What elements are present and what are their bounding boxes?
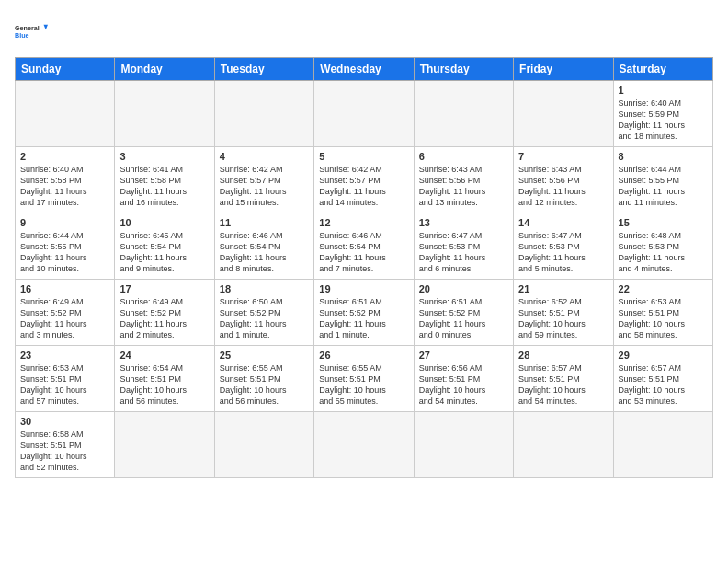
day-info: Sunrise: 6:42 AM Sunset: 5:57 PM Dayligh… [319, 164, 408, 209]
calendar-cell [16, 81, 115, 147]
day-info: Sunrise: 6:49 AM Sunset: 5:52 PM Dayligh… [119, 296, 209, 341]
calendar-cell: 23Sunrise: 6:53 AM Sunset: 5:51 PM Dayli… [16, 346, 115, 412]
day-info: Sunrise: 6:41 AM Sunset: 5:58 PM Dayligh… [119, 164, 209, 209]
calendar-cell [214, 412, 313, 478]
calendar-cell: 17Sunrise: 6:49 AM Sunset: 5:52 PM Dayli… [115, 280, 214, 346]
weekday-header-wednesday: Wednesday [314, 58, 414, 81]
calendar-cell: 1Sunrise: 6:40 AM Sunset: 5:59 PM Daylig… [613, 81, 712, 147]
day-info: Sunrise: 6:40 AM Sunset: 5:59 PM Dayligh… [619, 98, 708, 143]
calendar-week-row: 9Sunrise: 6:44 AM Sunset: 5:55 PM Daylig… [16, 213, 713, 280]
day-number: 13 [419, 217, 508, 228]
day-number: 1 [619, 85, 708, 96]
calendar-cell [115, 81, 214, 147]
day-info: Sunrise: 6:45 AM Sunset: 5:54 PM Dayligh… [119, 230, 209, 275]
day-info: Sunrise: 6:56 AM Sunset: 5:51 PM Dayligh… [419, 362, 508, 408]
day-info: Sunrise: 6:53 AM Sunset: 5:51 PM Dayligh… [619, 296, 708, 341]
calendar-cell: 26Sunrise: 6:55 AM Sunset: 5:51 PM Dayli… [314, 346, 414, 412]
calendar-cell: 13Sunrise: 6:47 AM Sunset: 5:53 PM Dayli… [414, 213, 513, 280]
calendar-cell: 28Sunrise: 6:57 AM Sunset: 5:51 PM Dayli… [514, 346, 613, 412]
svg-marker-2 [44, 25, 49, 29]
day-number: 7 [518, 151, 608, 162]
day-number: 20 [419, 283, 508, 294]
day-number: 9 [20, 217, 109, 228]
day-info: Sunrise: 6:44 AM Sunset: 5:55 PM Dayligh… [619, 164, 708, 209]
day-number: 19 [319, 283, 408, 294]
day-number: 29 [619, 350, 708, 361]
day-number: 11 [220, 217, 309, 228]
calendar-cell: 15Sunrise: 6:48 AM Sunset: 5:53 PM Dayli… [613, 213, 712, 280]
weekday-header-tuesday: Tuesday [214, 58, 313, 81]
logo: GeneralBlue [15, 15, 48, 48]
calendar-cell: 10Sunrise: 6:45 AM Sunset: 5:54 PM Dayli… [115, 213, 214, 280]
calendar-cell: 3Sunrise: 6:41 AM Sunset: 5:58 PM Daylig… [115, 147, 214, 213]
day-number: 16 [20, 283, 109, 294]
day-number: 5 [319, 151, 408, 162]
calendar-week-row: 1Sunrise: 6:40 AM Sunset: 5:59 PM Daylig… [16, 81, 713, 147]
day-info: Sunrise: 6:55 AM Sunset: 5:51 PM Dayligh… [220, 362, 309, 408]
calendar-cell: 20Sunrise: 6:51 AM Sunset: 5:52 PM Dayli… [414, 280, 513, 346]
day-number: 26 [319, 350, 408, 361]
calendar-cell: 16Sunrise: 6:49 AM Sunset: 5:52 PM Dayli… [16, 280, 115, 346]
page-header: GeneralBlue [15, 15, 713, 48]
day-info: Sunrise: 6:44 AM Sunset: 5:55 PM Dayligh… [20, 230, 109, 275]
day-info: Sunrise: 6:51 AM Sunset: 5:52 PM Dayligh… [319, 296, 408, 341]
day-info: Sunrise: 6:46 AM Sunset: 5:54 PM Dayligh… [319, 230, 408, 275]
weekday-header-sunday: Sunday [16, 58, 115, 81]
calendar-cell [115, 412, 214, 478]
calendar-week-row: 30Sunrise: 6:58 AM Sunset: 5:51 PM Dayli… [16, 412, 713, 478]
day-info: Sunrise: 6:55 AM Sunset: 5:51 PM Dayligh… [319, 362, 408, 408]
calendar-cell: 25Sunrise: 6:55 AM Sunset: 5:51 PM Dayli… [214, 346, 313, 412]
calendar-cell: 2Sunrise: 6:40 AM Sunset: 5:58 PM Daylig… [16, 147, 115, 213]
day-number: 28 [518, 350, 608, 361]
svg-text:Blue: Blue [15, 31, 29, 40]
svg-text:General: General [15, 24, 40, 32]
day-info: Sunrise: 6:48 AM Sunset: 5:53 PM Dayligh… [619, 230, 708, 275]
day-number: 10 [119, 217, 209, 228]
calendar-cell: 7Sunrise: 6:43 AM Sunset: 5:56 PM Daylig… [514, 147, 613, 213]
calendar-cell: 22Sunrise: 6:53 AM Sunset: 5:51 PM Dayli… [613, 280, 712, 346]
day-info: Sunrise: 6:47 AM Sunset: 5:53 PM Dayligh… [419, 230, 508, 275]
calendar-cell: 29Sunrise: 6:57 AM Sunset: 5:51 PM Dayli… [613, 346, 712, 412]
calendar-cell: 24Sunrise: 6:54 AM Sunset: 5:51 PM Dayli… [115, 346, 214, 412]
day-number: 24 [119, 350, 209, 361]
calendar-cell [214, 81, 313, 147]
day-number: 22 [619, 283, 708, 294]
calendar-cell: 5Sunrise: 6:42 AM Sunset: 5:57 PM Daylig… [314, 147, 414, 213]
day-number: 18 [220, 283, 309, 294]
day-info: Sunrise: 6:50 AM Sunset: 5:52 PM Dayligh… [220, 296, 309, 341]
calendar-cell: 8Sunrise: 6:44 AM Sunset: 5:55 PM Daylig… [613, 147, 712, 213]
day-number: 15 [619, 217, 708, 228]
day-info: Sunrise: 6:49 AM Sunset: 5:52 PM Dayligh… [20, 296, 109, 341]
day-info: Sunrise: 6:57 AM Sunset: 5:51 PM Dayligh… [619, 362, 708, 408]
day-info: Sunrise: 6:42 AM Sunset: 5:57 PM Dayligh… [220, 164, 309, 209]
calendar-cell [314, 412, 414, 478]
day-number: 14 [518, 217, 608, 228]
day-number: 27 [419, 350, 508, 361]
weekday-header-row: SundayMondayTuesdayWednesdayThursdayFrid… [16, 58, 713, 81]
weekday-header-thursday: Thursday [414, 58, 513, 81]
calendar-cell [514, 412, 613, 478]
day-number: 21 [518, 283, 608, 294]
calendar-week-row: 2Sunrise: 6:40 AM Sunset: 5:58 PM Daylig… [16, 147, 713, 213]
day-info: Sunrise: 6:58 AM Sunset: 5:51 PM Dayligh… [20, 429, 109, 474]
day-info: Sunrise: 6:46 AM Sunset: 5:54 PM Dayligh… [220, 230, 309, 275]
day-number: 6 [419, 151, 508, 162]
day-number: 17 [119, 283, 209, 294]
calendar-cell: 27Sunrise: 6:56 AM Sunset: 5:51 PM Dayli… [414, 346, 513, 412]
day-info: Sunrise: 6:57 AM Sunset: 5:51 PM Dayligh… [518, 362, 608, 408]
calendar-cell: 4Sunrise: 6:42 AM Sunset: 5:57 PM Daylig… [214, 147, 313, 213]
day-info: Sunrise: 6:51 AM Sunset: 5:52 PM Dayligh… [419, 296, 508, 341]
calendar-cell [414, 412, 513, 478]
day-number: 3 [119, 151, 209, 162]
day-info: Sunrise: 6:54 AM Sunset: 5:51 PM Dayligh… [119, 362, 209, 408]
calendar-cell [514, 81, 613, 147]
day-number: 8 [619, 151, 708, 162]
day-info: Sunrise: 6:40 AM Sunset: 5:58 PM Dayligh… [20, 164, 109, 209]
day-number: 4 [220, 151, 309, 162]
day-number: 25 [220, 350, 309, 361]
day-info: Sunrise: 6:52 AM Sunset: 5:51 PM Dayligh… [518, 296, 608, 341]
calendar-cell: 6Sunrise: 6:43 AM Sunset: 5:56 PM Daylig… [414, 147, 513, 213]
calendar-week-row: 16Sunrise: 6:49 AM Sunset: 5:52 PM Dayli… [16, 280, 713, 346]
day-info: Sunrise: 6:43 AM Sunset: 5:56 PM Dayligh… [419, 164, 508, 209]
day-number: 2 [20, 151, 109, 162]
